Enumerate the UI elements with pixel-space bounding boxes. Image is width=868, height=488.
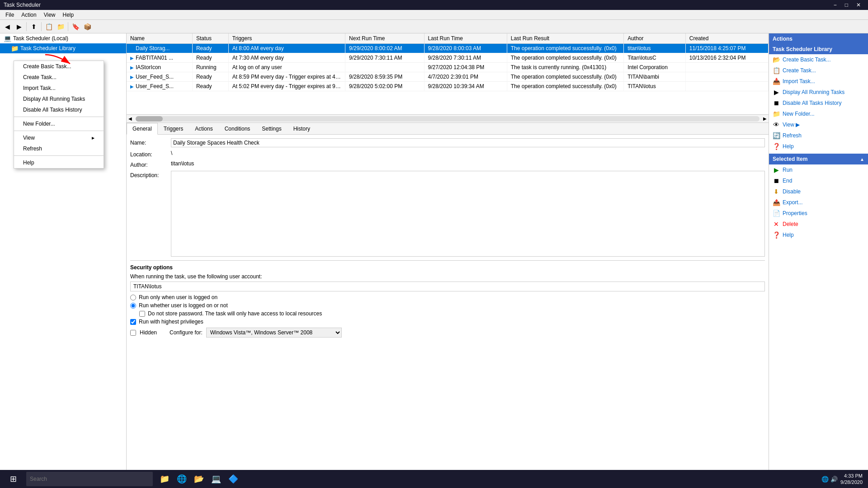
radio-logged-on[interactable]: Run only when user is logged on — [130, 294, 765, 300]
description-textarea[interactable] — [171, 171, 765, 257]
right-refresh[interactable]: 🔄 Refresh — [769, 130, 868, 141]
context-display-running[interactable]: Display All Running Tasks — [14, 94, 104, 104]
right-end-link[interactable]: End — [783, 178, 792, 184]
taskbar-app-ie[interactable]: 🌐 — [174, 471, 190, 487]
menu-help[interactable]: Help — [59, 11, 78, 19]
tab-conditions[interactable]: Conditions — [219, 123, 256, 135]
volume-icon[interactable]: 🔊 — [830, 476, 838, 483]
start-button[interactable]: ⊞ — [2, 471, 24, 487]
right-new-folder-link[interactable]: New Folder... — [783, 111, 815, 117]
right-create-task-link[interactable]: Create Task... — [783, 67, 816, 74]
taskbar-app-folder[interactable]: 📂 — [191, 471, 207, 487]
checkbox-highest-row[interactable]: Run with highest privileges — [130, 319, 765, 325]
taskbar-app-powershell[interactable]: 🔷 — [225, 471, 241, 487]
taskbar-app-terminal[interactable]: 💻 — [208, 471, 224, 487]
scroll-left[interactable]: ◀ — [127, 116, 134, 121]
right-properties-link[interactable]: Properties — [783, 210, 807, 216]
toolbar-back[interactable]: ◀ — [2, 21, 13, 32]
context-view[interactable]: View — [14, 132, 104, 143]
radio-whether-logged-input[interactable] — [130, 303, 136, 309]
scroll-track[interactable] — [136, 116, 760, 122]
table-row[interactable]: ▶IAStorIcon Running At log on of any use… — [127, 63, 769, 72]
tab-triggers[interactable]: Triggers — [158, 123, 189, 135]
right-disable[interactable]: ⬇ Disable — [769, 186, 868, 197]
menu-view[interactable]: View — [40, 11, 59, 19]
taskbar-app-file-explorer[interactable]: 📁 — [156, 471, 173, 487]
checkbox-highest-input[interactable] — [130, 319, 136, 325]
tab-general[interactable]: General — [127, 123, 158, 135]
scroll-right[interactable]: ▶ — [761, 116, 769, 121]
col-last-run[interactable]: Last Run Time — [424, 33, 507, 44]
maximize-button[interactable]: □ — [841, 2, 852, 8]
table-row[interactable]: ▶Daily Storag... Ready At 8:00 AM every … — [127, 44, 769, 53]
right-help-bottom[interactable]: ❓ Help — [769, 230, 868, 240]
right-help-top[interactable]: ❓ Help — [769, 141, 868, 152]
name-input[interactable] — [171, 138, 765, 147]
col-next-run[interactable]: Next Run Time — [345, 33, 425, 44]
toolbar-forward[interactable]: ▶ — [14, 21, 24, 32]
menu-action[interactable]: Action — [18, 11, 40, 19]
right-run-link[interactable]: Run — [783, 167, 793, 173]
configure-select[interactable]: Windows Vista™, Windows Server™ 2008 — [206, 328, 342, 338]
context-create-basic[interactable]: Create Basic Task... — [14, 61, 104, 72]
right-delete[interactable]: ✕ Delete — [769, 219, 868, 230]
col-name[interactable]: Name — [127, 33, 192, 44]
right-export[interactable]: 📤 Export... — [769, 197, 868, 208]
right-create-basic-link[interactable]: Create Basic Task... — [783, 56, 831, 63]
checkbox-password-row[interactable]: Do not store password. The task will onl… — [139, 310, 765, 317]
context-import[interactable]: Import Task... — [14, 83, 104, 94]
right-help-bottom-link[interactable]: Help — [783, 232, 794, 238]
right-view-link[interactable]: View ▶ — [783, 122, 800, 128]
taskbar-search[interactable] — [26, 472, 153, 486]
table-row[interactable]: ▶User_Feed_S... Ready At 8:59 PM every d… — [127, 72, 769, 82]
tree-library[interactable]: 📁 Task Scheduler Library — [0, 43, 126, 53]
right-display-running[interactable]: ▶ Display All Running Tasks — [769, 87, 868, 98]
right-refresh-link[interactable]: Refresh — [783, 132, 802, 139]
horizontal-scrollbar[interactable]: ◀ ▶ — [127, 115, 769, 123]
right-delete-link[interactable]: Delete — [783, 221, 798, 227]
right-create-basic[interactable]: 📂 Create Basic Task... — [769, 54, 868, 65]
close-button[interactable]: ✕ — [853, 2, 864, 8]
col-last-result[interactable]: Last Run Result — [507, 33, 623, 44]
right-help-top-link[interactable]: Help — [783, 143, 794, 150]
context-new-folder[interactable]: New Folder... — [14, 118, 104, 129]
tab-history[interactable]: History — [288, 123, 316, 135]
hidden-checkbox[interactable] — [130, 330, 136, 336]
context-help[interactable]: Help — [14, 157, 104, 168]
menu-file[interactable]: File — [2, 11, 18, 19]
toolbar-bookmark[interactable]: 🔖 — [70, 21, 81, 32]
right-import[interactable]: 📥 Import Task... — [769, 76, 868, 87]
right-disable-history-link[interactable]: Disable All Tasks History — [783, 100, 842, 106]
checkbox-password-input[interactable] — [139, 311, 145, 317]
right-import-link[interactable]: Import Task... — [783, 78, 815, 84]
right-end[interactable]: ⏹ End — [769, 175, 868, 186]
toolbar-package[interactable]: 📦 — [82, 21, 93, 32]
col-status[interactable]: Status — [192, 33, 228, 44]
tab-actions[interactable]: Actions — [189, 123, 218, 135]
col-author[interactable]: Author — [624, 33, 686, 44]
right-new-folder[interactable]: 📁 New Folder... — [769, 108, 868, 119]
table-row[interactable]: ▶FABTITAN01 ... Ready At 7:30 AM every d… — [127, 53, 769, 63]
col-created[interactable]: Created — [685, 33, 768, 44]
right-view[interactable]: 👁 View ▶ — [769, 119, 868, 130]
network-icon[interactable]: 🌐 — [821, 476, 829, 483]
radio-whether-logged[interactable]: Run whether user is logged on or not — [130, 302, 765, 309]
radio-logged-on-input[interactable] — [130, 295, 136, 300]
right-run[interactable]: ▶ Run — [769, 164, 868, 175]
right-export-link[interactable]: Export... — [783, 199, 803, 206]
right-properties[interactable]: 📄 Properties — [769, 208, 868, 219]
right-display-running-link[interactable]: Display All Running Tasks — [783, 89, 844, 95]
context-create-task[interactable]: Create Task... — [14, 72, 104, 83]
toolbar-folder[interactable]: 📁 — [55, 21, 66, 32]
table-row[interactable]: ▶User_Feed_S... Ready At 5:02 PM every d… — [127, 82, 769, 91]
toolbar-up[interactable]: ⬆ — [28, 21, 39, 32]
context-disable-history[interactable]: Disable All Tasks History — [14, 104, 104, 115]
context-refresh[interactable]: Refresh — [14, 143, 104, 154]
col-triggers[interactable]: Triggers — [228, 33, 345, 44]
tree-root[interactable]: 💻 Task Scheduler (Local) — [0, 33, 126, 43]
toolbar-copy[interactable]: 📋 — [43, 21, 54, 32]
taskbar-clock[interactable]: 4:33 PM 9/28/2020 — [840, 473, 863, 486]
minimize-button[interactable]: − — [830, 2, 840, 8]
scroll-thumb[interactable] — [136, 116, 163, 122]
right-disable-link[interactable]: Disable — [783, 188, 801, 195]
